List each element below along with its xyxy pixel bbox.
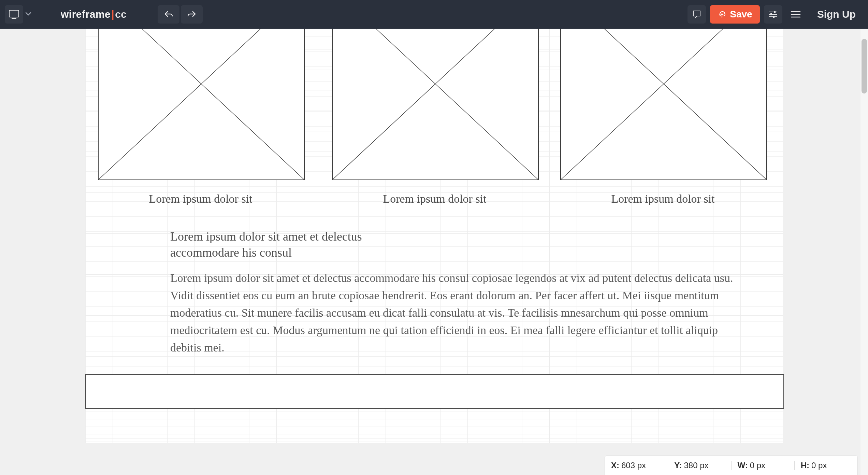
device-selector[interactable] [4,5,33,24]
cloud-upload-icon [718,10,726,19]
image-caption[interactable]: Lorem ipsum dolor sit [332,192,537,205]
svg-rect-6 [770,13,772,15]
status-h-value: 0 px [811,461,827,470]
image-placeholder-cross [333,29,538,179]
menu-button[interactable] [786,5,805,24]
svg-line-12 [99,29,304,179]
annotate-button[interactable] [688,5,706,24]
image-caption-text: Lorem ipsum dolor sit [611,192,714,205]
workspace[interactable]: Lorem ipsum dolor sitLorem ipsum dolor s… [0,29,868,475]
svg-line-13 [333,29,538,179]
status-x: X: 603 px [605,461,668,470]
sliders-icon [768,10,778,18]
heading-text-block[interactable]: Lorem ipsum dolor sit amet et delectus a… [170,229,416,261]
logo-suffix: cc [115,9,127,20]
image-caption-text: Lorem ipsum dolor sit [383,192,486,205]
heading-text: Lorem ipsum dolor sit amet et delectus a… [170,230,362,259]
image-placeholder-cross [99,29,304,179]
image-placeholder[interactable] [560,29,767,180]
status-h: H: 0 px [795,461,857,470]
chevron-down-icon [25,11,31,17]
image-placeholder-cross [561,29,766,179]
svg-line-15 [561,29,766,179]
image-caption-text: Lorem ipsum dolor sit [149,192,252,205]
app-logo[interactable]: wireframe|cc [61,9,127,20]
save-button-label: Save [730,9,752,20]
status-x-value: 603 px [621,461,646,470]
settings-button[interactable] [764,5,782,24]
redo-button[interactable] [181,5,203,24]
logo-divider: | [111,9,115,20]
status-w-value: 0 px [750,461,765,470]
status-y: Y: 380 px [668,461,731,470]
logo-prefix: wireframe [61,9,111,20]
signup-link[interactable]: Sign Up [809,9,864,20]
paragraph-text-block[interactable]: Lorem ipsum dolor sit amet et delectus a… [170,269,737,356]
history-controls [158,5,203,24]
save-button[interactable]: Save [710,5,760,24]
status-w: W: 0 px [732,461,795,470]
status-x-label: X: [611,461,619,470]
image-caption[interactable]: Lorem ipsum dolor sit [98,192,303,205]
status-w-label: W: [738,461,748,470]
svg-rect-0 [9,10,19,17]
paragraph-text: Lorem ipsum dolor sit amet et delectus a… [170,272,733,354]
status-h-label: H: [801,461,809,470]
hamburger-icon [791,11,801,18]
svg-rect-7 [773,16,775,18]
app-header: wireframe|cc Save [0,0,868,29]
annotate-icon [692,10,701,19]
status-bar: X: 603 px Y: 380 px W: 0 px H: 0 px [605,456,858,475]
undo-icon [164,10,173,18]
status-y-label: Y: [674,461,682,470]
svg-line-14 [333,29,538,179]
image-placeholder[interactable] [332,29,539,180]
device-desktop-icon [5,5,23,24]
svg-rect-5 [774,11,776,13]
scrollbar-thumb[interactable] [862,39,867,93]
wireframe-canvas[interactable]: Lorem ipsum dolor sitLorem ipsum dolor s… [85,29,783,443]
signup-label: Sign Up [817,9,856,20]
redo-icon [187,10,196,18]
image-placeholder[interactable] [98,29,305,180]
svg-line-16 [561,29,766,179]
footer-rectangle[interactable] [85,374,784,409]
image-caption[interactable]: Lorem ipsum dolor sit [560,192,766,205]
vertical-scrollbar[interactable] [860,29,868,475]
svg-line-11 [99,29,304,179]
header-right-controls: Save Sign Up [688,5,864,24]
undo-button[interactable] [158,5,179,24]
status-y-value: 380 px [684,461,708,470]
